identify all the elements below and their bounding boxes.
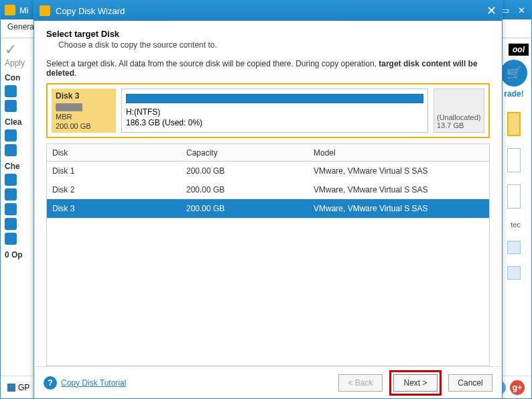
apply-label[interactable]: Apply [5,58,32,68]
drive-icon[interactable] [5,174,17,186]
help-link[interactable]: ? Copy Disk Tutorial [44,376,126,390]
cell-disk: Disk 1 [47,166,181,176]
col-model[interactable]: Model [308,148,489,158]
wizard-icon [40,5,50,16]
disk-thumb[interactable] [507,184,521,209]
back-button[interactable]: < Back [338,374,383,392]
help-icon: ? [44,376,57,390]
table-row[interactable]: Disk 3200.00 GBVMware, VMware Virtual S … [47,199,489,218]
tool-icon[interactable] [5,100,17,112]
cell-capacity: 200.00 GB [181,166,308,176]
ted-label: tec [507,221,521,229]
trash-icon[interactable] [5,144,17,156]
disk-thumb[interactable] [507,112,521,136]
partition-block[interactable]: H:(NTFS) 186.3 GB (Used: 0%) [121,89,428,133]
unallocated-block[interactable]: (Unallocated) 13.7 GB [434,89,484,133]
section-convert: Con [5,73,32,82]
section-clean: Clea [5,117,32,127]
copy-disk-wizard: Copy Disk Wizard ✕ Select target Disk Ch… [34,0,503,399]
cell-disk: Disk 3 [47,204,181,213]
cell-model: VMware, VMware Virtual S SAS [308,166,489,176]
next-button[interactable]: Next > [393,374,438,392]
app-icon [5,5,15,15]
main-title: Mi [19,5,29,15]
tools-icon[interactable] [5,188,17,201]
brand-badge: ool [509,44,529,56]
wizard-titlebar: Copy Disk Wizard ✕ [34,1,502,21]
cell-model: VMware, VMware Virtual S SAS [308,204,489,213]
close-icon[interactable]: ✕ [515,5,527,15]
main-sidebar: ✓ Apply Con Clea Che 0 Op [1,38,33,398]
next-button-highlight: Next > [389,370,442,396]
table-row[interactable]: Disk 2200.00 GBVMware, VMware Virtual S … [47,180,489,199]
info-text: Select a target disk. All data from the … [46,59,490,78]
upgrade-label: rade! [504,89,523,99]
upgrade-button[interactable]: 🛒 [501,60,527,87]
disk-thumb[interactable] [507,241,521,254]
col-disk[interactable]: Disk [47,148,181,158]
disk-drive-icon [56,103,82,111]
ops-label: 0 Op [5,250,32,260]
selected-disk-preview: Disk 3 MBR 200.00 GB H:(NTFS) 186.3 GB (… [46,83,490,138]
globe-icon[interactable] [5,129,17,141]
cell-capacity: 200.00 GB [181,204,308,213]
gp-checkbox[interactable]: GP [7,383,29,392]
page-subheading: Choose a disk to copy the source content… [58,40,490,50]
col-capacity[interactable]: Capacity [181,148,308,158]
disk-thumb[interactable] [507,266,521,280]
section-check: Che [5,162,32,171]
disk-thumb[interactable] [507,148,521,172]
table-header: Disk Capacity Model [47,144,489,162]
toolbar-tab[interactable]: Genera [7,22,34,32]
list-icon[interactable] [5,233,17,245]
disk-summary: Disk 3 MBR 200.00 GB [52,89,116,133]
chip-icon[interactable] [5,203,17,215]
cell-capacity: 200.00 GB [181,185,308,194]
close-icon[interactable]: ✕ [486,5,496,17]
wizard-title: Copy Disk Wizard [56,6,125,16]
page-heading: Select target Disk [46,29,490,39]
gplus-icon[interactable]: g+ [510,380,525,395]
cell-model: VMware, VMware Virtual S SAS [308,185,489,194]
cell-disk: Disk 2 [47,185,181,194]
disk-table: Disk Capacity Model Disk 1200.00 GBVMwar… [46,144,490,366]
circle-icon[interactable] [5,218,17,230]
table-row[interactable]: Disk 1200.00 GBVMware, VMware Virtual S … [47,162,489,180]
tool-icon[interactable] [5,85,17,97]
usage-bar [126,94,423,103]
cancel-button[interactable]: Cancel [448,374,492,392]
wizard-footer: ? Copy Disk Tutorial < Back Next > Cance… [34,366,502,398]
